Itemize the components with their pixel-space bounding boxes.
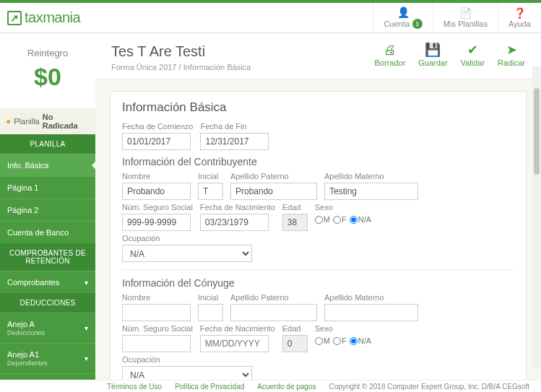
input-conyuge-inicial[interactable]: [198, 304, 223, 321]
radio-conyuge-m[interactable]: [315, 337, 323, 345]
print-icon: 🖨: [384, 43, 397, 56]
action-label: Validar: [461, 58, 485, 67]
footer: Términos de Uso Política de Privacidad A…: [95, 380, 541, 392]
input-contrib-nombre[interactable]: [122, 183, 191, 200]
sub-conyuge: Información del Cónyuge: [122, 277, 514, 289]
form-card: Información Básica Fecha de Comienzo Fec…: [110, 91, 527, 380]
sb-heading-deducciones: DEDUCCIONES: [0, 293, 95, 313]
input-contrib-dob[interactable]: [200, 214, 269, 231]
page-header: Tes T Are Testi Forma Única 2017 / Infor…: [95, 33, 541, 79]
lbl-nombre: Nombre: [122, 293, 191, 302]
radios-conyuge-sexo: M F N/A: [315, 335, 371, 345]
action-label: Borrador: [375, 58, 406, 67]
sb-label: Anejo A1: [7, 350, 39, 359]
input-conyuge-ssn[interactable]: [122, 335, 191, 352]
reintegro-label: Reintegro: [0, 48, 95, 58]
nav-account[interactable]: 👤 Cuenta1: [373, 3, 432, 32]
nav-help[interactable]: ❓ Ayuda: [498, 3, 541, 32]
action-radicar[interactable]: ➤Radicar: [498, 43, 525, 71]
top-header: ↗ taxmania 👤 Cuenta1 📄 Mis Planillas ❓ A…: [0, 3, 541, 33]
radio-label: N/A: [358, 336, 371, 345]
input-conyuge-apellido-m[interactable]: [324, 304, 418, 321]
input-contrib-inicial[interactable]: [198, 183, 223, 200]
action-guardar[interactable]: 💾Guardar: [418, 43, 447, 71]
lbl-apellido-p: Apellido Paterno: [230, 293, 317, 302]
status-prefix: Planilla: [14, 117, 39, 126]
sidebar-item-info-basica[interactable]: Info. Básica: [0, 154, 95, 176]
sb-sublabel: Deducciones: [7, 329, 45, 336]
check-icon: ✔: [467, 43, 478, 56]
save-icon: 💾: [425, 43, 441, 56]
input-fecha-comienzo[interactable]: [122, 133, 191, 150]
breadcrumb: Forma Única 2017 / Información Básica: [111, 63, 251, 71]
lbl-ssn: Núm. Seguro Social: [122, 324, 193, 333]
sidebar-item-comprobantes[interactable]: Comprobantes▾: [0, 271, 95, 293]
status-bar: ● Planilla No Radicada: [0, 108, 95, 134]
lbl-fecha-fin: Fecha de Fin: [200, 122, 269, 131]
content-area: Tes T Are Testi Forma Única 2017 / Infor…: [95, 33, 541, 380]
nav-planillas[interactable]: 📄 Mis Planillas: [433, 3, 498, 32]
sidebar-item-pagina1[interactable]: Página 1: [0, 176, 95, 199]
sb-label: Info. Básica: [7, 161, 48, 170]
link-privacidad[interactable]: Política de Privacidad: [175, 383, 244, 391]
radio-contrib-f[interactable]: [333, 216, 341, 224]
lbl-inicial: Inicial: [198, 172, 223, 180]
lbl-ocupacion: Ocupación: [122, 355, 252, 364]
sidebar-item-pagina2[interactable]: Página 2: [0, 199, 95, 221]
lbl-nombre: Nombre: [122, 172, 191, 180]
nav-account-label: Cuenta: [384, 19, 409, 28]
radio-label: M: [324, 215, 330, 224]
nav-planillas-label: Mis Planillas: [443, 19, 488, 28]
account-badge: 1: [412, 19, 423, 29]
reintegro-panel: Reintegro $0: [0, 33, 95, 108]
scrollbar[interactable]: [532, 66, 541, 367]
link-terminos[interactable]: Términos de Uso: [107, 383, 162, 391]
radios-contrib-sexo: M F N/A: [315, 214, 371, 224]
radio-conyuge-na[interactable]: [350, 337, 358, 345]
input-conyuge-apellido-p[interactable]: [230, 304, 317, 321]
sb-label: Página 1: [7, 183, 38, 192]
warning-icon: ●: [6, 116, 11, 126]
action-validar[interactable]: ✔Validar: [461, 43, 485, 71]
link-pagos[interactable]: Acuerdo de pagos: [257, 383, 316, 391]
lbl-ocupacion: Ocupación: [122, 234, 252, 243]
reintegro-value: $0: [0, 63, 95, 91]
action-borrador[interactable]: 🖨Borrador: [375, 43, 406, 71]
radio-label: M: [324, 336, 330, 345]
lbl-ssn: Núm. Seguro Social: [122, 203, 193, 212]
chevron-down-icon: ▾: [85, 279, 88, 287]
help-icon: ❓: [514, 8, 526, 18]
radio-contrib-m[interactable]: [315, 216, 323, 224]
input-contrib-ssn[interactable]: [122, 214, 191, 231]
lbl-dob: Fecha de Nacimiento: [200, 203, 275, 212]
input-contrib-apellido-m[interactable]: [324, 183, 418, 200]
input-fecha-fin[interactable]: [200, 133, 269, 150]
select-contrib-ocupacion[interactable]: N/A: [122, 245, 252, 262]
nav-help-label: Ayuda: [508, 19, 531, 28]
radio-conyuge-f[interactable]: [333, 337, 341, 345]
scrollbar-thumb[interactable]: [534, 88, 540, 175]
sb-label: Comprobantes: [7, 278, 59, 287]
sidebar-item-anejo-a[interactable]: Anejo ADeducciones▾: [0, 313, 95, 343]
sub-contribuyente: Información del Contribuyente: [122, 156, 514, 167]
logo[interactable]: ↗ taxmania: [0, 3, 95, 32]
lbl-dob: Fecha de Nacimiento: [200, 324, 275, 333]
sidebar-item-sc6042[interactable]: SC6042: [0, 373, 95, 380]
lbl-sexo: Sexo: [315, 324, 371, 333]
sb-label: Anejo A: [7, 320, 35, 328]
chevron-down-icon: ▾: [85, 324, 88, 332]
lbl-apellido-p: Apellido Paterno: [230, 172, 317, 180]
user-icon: 👤: [397, 7, 410, 17]
input-conyuge-nombre[interactable]: [122, 304, 191, 321]
sidebar-item-anejo-a1[interactable]: Anejo A1Dependientes▾: [0, 343, 95, 373]
input-conyuge-dob[interactable]: [200, 335, 269, 352]
sidebar-item-cuenta-banco[interactable]: Cuenta de Banco: [0, 221, 95, 243]
select-conyuge-ocupacion[interactable]: N/A: [122, 366, 252, 380]
radio-contrib-na[interactable]: [350, 216, 358, 224]
lbl-fecha-comienzo: Fecha de Comienzo: [122, 122, 193, 131]
action-label: Radicar: [498, 58, 525, 67]
input-contrib-apellido-p[interactable]: [230, 183, 317, 200]
status-bold: No Radicada: [43, 113, 90, 130]
lbl-apellido-m: Apellido Materno: [324, 293, 418, 302]
lbl-apellido-m: Apellido Materno: [324, 172, 418, 180]
